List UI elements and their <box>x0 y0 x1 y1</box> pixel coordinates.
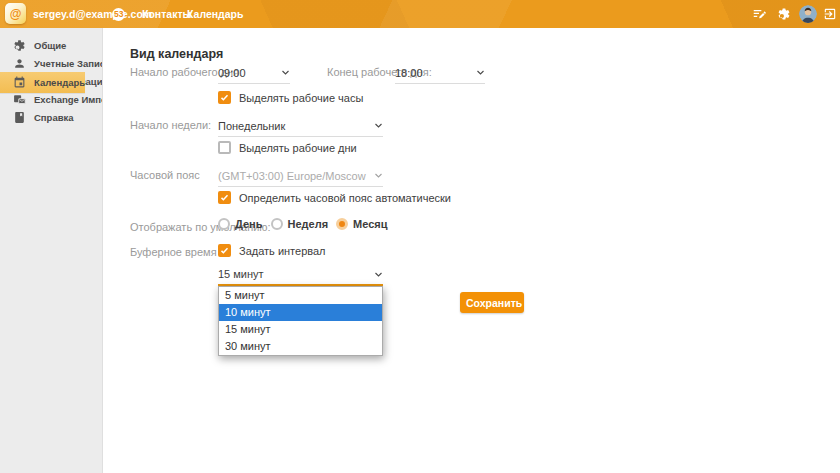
checkbox-label: Выделять рабочие дни <box>239 142 357 154</box>
set-interval-row: Задать интервал <box>218 244 326 257</box>
user-avatar[interactable] <box>799 5 817 23</box>
logout-icon[interactable] <box>823 7 837 21</box>
buffer-time-label: Буферное время <box>130 246 217 258</box>
checkbox-label: Определить часовой пояс автоматически <box>239 192 451 204</box>
chevron-down-icon <box>374 121 383 130</box>
radio-month[interactable]: Месяц <box>336 218 387 230</box>
nav-item-contacts[interactable]: Контакты <box>142 0 192 28</box>
help-book-icon <box>13 111 26 124</box>
sidebar-item-general[interactable]: Общие <box>0 36 102 54</box>
sidebar-item-label: Учетные Записи <box>34 58 103 69</box>
default-view-radio-group: День Неделя Месяц <box>218 218 388 230</box>
feedback-icon[interactable] <box>752 7 766 21</box>
radio-label: День <box>235 218 263 230</box>
work-day-end-select[interactable]: 18:00 <box>395 62 485 84</box>
user-email: sergey.d@example.com <box>33 0 152 28</box>
calendar-icon <box>13 76 26 89</box>
timezone-value: (GMT+03:00) Europe/Moscow <box>218 170 366 182</box>
dropdown-option-10min[interactable]: 10 минут <box>219 304 382 321</box>
radio-label: Неделя <box>288 218 329 230</box>
work-day-start-select[interactable]: 09:00 <box>218 62 290 84</box>
buffer-interval-dropdown: 5 минут 10 минут 15 минут 30 минут <box>218 286 383 356</box>
week-start-select[interactable]: Понедельник <box>218 115 383 137</box>
timezone-label: Часовой пояс <box>130 169 200 181</box>
dropdown-option-5min[interactable]: 5 минут <box>219 287 382 304</box>
week-start-label: Начало недели: <box>130 119 211 131</box>
chevron-down-icon <box>374 171 383 180</box>
chevron-down-icon <box>374 270 383 279</box>
sidebar-item-calendar[interactable]: Календарь <box>0 72 85 94</box>
sidebar-item-label: Exchange Импорт <box>34 94 103 105</box>
checkbox-label: Задать интервал <box>239 245 326 257</box>
highlight-work-days-checkbox[interactable] <box>218 141 231 154</box>
settings-gear-icon[interactable] <box>777 7 791 21</box>
sidebar-item-help[interactable]: Справка <box>0 108 102 126</box>
dropdown-option-30min[interactable]: 30 минут <box>219 338 382 355</box>
exchange-icon <box>13 93 26 106</box>
radio-day[interactable]: День <box>218 218 263 230</box>
auto-timezone-checkbox[interactable] <box>218 191 231 204</box>
radio-week[interactable]: Неделя <box>271 218 329 230</box>
gear-icon <box>13 39 26 52</box>
chevron-down-icon <box>281 68 290 77</box>
radio-circle-icon <box>218 218 230 230</box>
sidebar-item-label: Справка <box>34 112 74 123</box>
app-logo-icon: @ <box>5 3 26 24</box>
radio-circle-icon <box>336 218 348 230</box>
nav-item-calendar[interactable]: Календарь <box>187 0 243 28</box>
save-button[interactable]: Сохранить <box>460 292 524 313</box>
work-day-end-value: 18:00 <box>395 67 423 79</box>
sidebar-item-accounts[interactable]: Учетные Записи <box>0 54 102 72</box>
chevron-down-icon <box>476 68 485 77</box>
timezone-select: (GMT+03:00) Europe/Moscow <box>218 165 383 187</box>
settings-sidebar: Общие Учетные Записи Календарь Синхрониз… <box>0 28 103 473</box>
person-icon <box>13 57 26 70</box>
week-start-value: Понедельник <box>218 120 285 132</box>
buffer-interval-select[interactable]: 15 минут <box>218 264 383 286</box>
highlight-work-hours-row: Выделять рабочие часы <box>218 91 363 104</box>
highlight-work-days-row: Выделять рабочие дни <box>218 141 357 154</box>
sidebar-item-label: Общие <box>34 40 66 51</box>
buffer-interval-value: 15 минут <box>218 268 264 280</box>
calendar-settings-page: @ sergey.d@example.com 53 Контакты Кален… <box>0 0 840 473</box>
auto-timezone-row: Определить часовой пояс автоматически <box>218 191 451 204</box>
highlight-work-hours-checkbox[interactable] <box>218 91 231 104</box>
sidebar-item-label: Календарь <box>34 77 85 88</box>
set-interval-checkbox[interactable] <box>218 244 231 257</box>
work-day-start-value: 09:00 <box>218 67 246 79</box>
checkbox-label: Выделять рабочие часы <box>239 92 363 104</box>
radio-circle-icon <box>271 218 283 230</box>
radio-label: Месяц <box>353 218 387 230</box>
dropdown-option-15min[interactable]: 15 минут <box>219 321 382 338</box>
page-title: Вид календаря <box>130 47 223 61</box>
topbar: @ sergey.d@example.com 53 Контакты Кален… <box>0 0 840 28</box>
